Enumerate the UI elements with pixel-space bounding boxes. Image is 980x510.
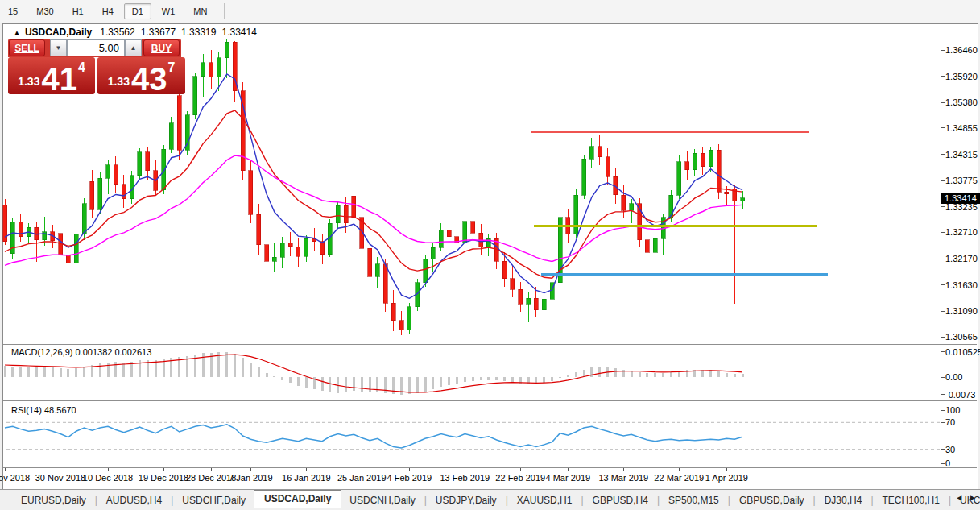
date-axis-label: 4 Feb 2019 — [387, 473, 432, 483]
chevron-down-icon: ▼ — [56, 44, 62, 52]
macd-axis-tick: -0.0073 — [945, 390, 975, 400]
rsi-axis-tick: 100 — [945, 405, 960, 415]
ask-price-prefix: 1.33 — [108, 75, 130, 88]
date-axis-label: 22 Feb 2019 — [495, 473, 545, 483]
tab-dj30-h4[interactable]: DJ30,H4 — [817, 491, 870, 509]
symbol-tab-bar: EURUSD,Daily|AUDUSD,H4|USDCHF,DailyUSDCA… — [0, 489, 980, 510]
price-axis-tick: 1.35380 — [945, 97, 978, 107]
date-axis-label: 30 Nov 2018 — [35, 473, 85, 483]
date-axis-label: 21 Nov 2018 — [0, 473, 30, 483]
rsi-name: RSI(14) — [11, 405, 42, 415]
collapse-panel-icon[interactable]: ▲ — [14, 29, 20, 36]
rsi-indicator-label: RSI(14) 48.5670 — [11, 405, 76, 415]
macd-value-main: 0.001382 — [75, 347, 112, 357]
tab-audusd-h4[interactable]: AUDUSD,H4 — [98, 491, 170, 509]
timeframe-toolbar: 15M30H1H4D1W1MN — [0, 0, 980, 23]
tab-usdchf-daily[interactable]: USDCHF,Daily — [174, 491, 254, 509]
rsi-axis-tick: 30 — [945, 445, 955, 454]
rsi-axis-tick: 0 — [945, 458, 950, 468]
bid-price-pip: 4 — [78, 60, 85, 75]
bid-price-prefix: 1.33 — [18, 75, 39, 88]
date-axis-label: 19 Dec 2018 — [139, 473, 188, 483]
toolbar-separator — [224, 3, 225, 19]
buy-button[interactable]: BUY — [143, 39, 180, 56]
date-axis-label: 22 Mar 2019 — [654, 473, 704, 483]
rsi-value: 48.5670 — [44, 405, 76, 415]
timeframe-button-w1[interactable]: W1 — [154, 3, 184, 19]
date-axis-label: 13 Mar 2019 — [598, 473, 648, 483]
tab-usdcad-daily[interactable]: USDCAD,Daily — [254, 490, 341, 508]
tab-sp500-m15[interactable]: SP500,M15 — [660, 491, 727, 509]
date-axis-label: 13 Feb 2019 — [440, 473, 490, 483]
tab-eurusd-daily[interactable]: EURUSD,Daily — [13, 491, 94, 509]
tab-xauusd-h1[interactable]: XAUUSD,H1 — [509, 491, 581, 509]
bid-price-big: 41 — [41, 66, 77, 92]
bid-price-panel[interactable]: 1.33414 — [8, 57, 95, 94]
price-axis-tick: 1.35920 — [945, 72, 978, 81]
price-axis-tick: 1.36460 — [945, 45, 978, 55]
price-axis-tick: 1.34315 — [945, 150, 978, 160]
timeframe-button-m30[interactable]: M30 — [28, 3, 61, 19]
symbol-tabs: EURUSD,Daily|AUDUSD,H4|USDCHF,DailyUSDCA… — [13, 491, 980, 509]
macd-name: MACD(12,26,9) — [11, 347, 72, 357]
trading-platform-screen: 15M30H1H4D1W1MN ▲USDCAD,Daily1.335621.33… — [0, 0, 980, 510]
rsi-axis-tick: 70 — [945, 417, 955, 427]
date-axis-label: 16 Jan 2019 — [282, 473, 331, 483]
quote-close: 1.33414 — [221, 27, 256, 38]
ask-price-panel[interactable]: 1.33437 — [97, 57, 185, 94]
sell-button[interactable]: SELL — [9, 39, 45, 56]
date-axis-label: 10 Dec 2018 — [83, 473, 133, 483]
tab-scroll-right-icon[interactable]: ► — [969, 493, 977, 502]
timeframe-button-h4[interactable]: H4 — [94, 3, 122, 19]
timeframe-button-15[interactable]: 15 — [0, 3, 26, 19]
tab-scroll-left-icon[interactable]: ◄ — [955, 493, 963, 502]
tab-tech100-h1[interactable]: TECH100,H1 — [875, 491, 948, 509]
timeframe-button-d1[interactable]: D1 — [124, 3, 151, 19]
price-axis-tick: 1.32170 — [945, 254, 978, 263]
ask-price-pip: 7 — [167, 60, 175, 75]
quote-low: 1.33319 — [181, 27, 216, 38]
chart-symbol-label: USDCAD,Daily — [25, 27, 92, 38]
price-axis-tick: 1.32710 — [945, 227, 978, 237]
price-axis-border — [941, 24, 941, 487]
chevron-up-icon: ▲ — [130, 44, 137, 52]
tab-scroll-arrows: ◄ ► — [955, 493, 977, 502]
price-axis-tick: 1.30565 — [945, 332, 978, 342]
price-axis-tick: 1.34855 — [945, 123, 978, 133]
timeframe-buttons: 15M30H1H4D1W1MN — [0, 3, 217, 19]
timeaxis-separator — [3, 467, 977, 468]
chart-title: ▲USDCAD,Daily1.335621.336771.333191.3341… — [14, 27, 263, 38]
tab-gbpusd-daily[interactable]: GBPUSD,Daily — [731, 491, 813, 509]
current-price-tag: 1.33414 — [941, 193, 980, 204]
tab-usdjpy-daily[interactable]: USDJPY,Daily — [428, 491, 505, 509]
price-axis-tick: 1.31630 — [945, 280, 978, 290]
quote-high: 1.33677 — [141, 27, 176, 38]
macd-axis-tick: 0.00 — [945, 372, 962, 382]
macd-axis-tick: 0.010525 — [945, 347, 980, 357]
macd-value-signal: 0.002613 — [114, 347, 151, 357]
price-axis-tick: 1.33775 — [945, 176, 978, 185]
date-axis-label: 1 Apr 2019 — [705, 473, 748, 483]
timeframe-button-mn[interactable]: MN — [185, 3, 215, 19]
macd-indicator-label: MACD(12,26,9) 0.001382 0.002613 — [11, 347, 151, 357]
ask-price-big: 43 — [131, 66, 167, 92]
volume-increase-button[interactable]: ▲ — [125, 39, 142, 56]
tab-usdcnh-daily[interactable]: USDCNH,Daily — [341, 491, 423, 509]
macd-pane-separator[interactable] — [3, 344, 977, 345]
rsi-pane-separator[interactable] — [3, 400, 977, 401]
date-axis-label: 4 Mar 2019 — [546, 473, 591, 483]
quote-open: 1.33562 — [100, 27, 134, 38]
date-axis-label: 25 Jan 2019 — [337, 473, 387, 483]
timeframe-button-h1[interactable]: H1 — [64, 3, 92, 19]
price-axis-tick: 1.31090 — [945, 306, 978, 316]
volume-decrease-button[interactable]: ▼ — [50, 39, 67, 56]
volume-input[interactable]: 5.00 — [67, 39, 125, 56]
date-axis-label: 7 Jan 2019 — [229, 473, 272, 483]
tab-gbpusd-h4[interactable]: GBPUSD,H4 — [585, 491, 656, 509]
